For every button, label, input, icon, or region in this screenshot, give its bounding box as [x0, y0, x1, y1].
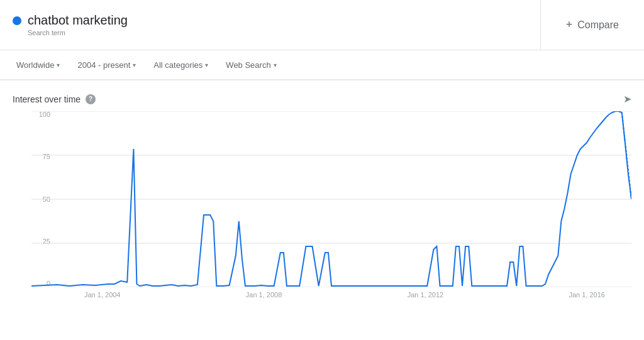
category-label: All categories	[153, 60, 203, 70]
x-label-2004: Jan 1, 2004	[84, 291, 121, 299]
category-filter[interactable]: All categories ▾	[147, 57, 214, 74]
chart-svg	[31, 111, 631, 287]
share-icon[interactable]: ➤	[623, 93, 631, 105]
compare-section[interactable]: + Compare	[541, 0, 644, 50]
compare-text: Compare	[577, 19, 619, 31]
x-axis: Jan 1, 2004 Jan 1, 2008 Jan 1, 2012 Jan …	[31, 287, 631, 299]
search-type-label: Web Search	[226, 60, 270, 70]
plus-icon: +	[566, 18, 573, 31]
trend-line	[31, 111, 631, 286]
x-label-2016: Jan 1, 2016	[569, 291, 605, 299]
interest-title-row: Interest over time ?	[13, 94, 96, 104]
time-range-chevron: ▾	[133, 62, 136, 69]
chart-container: 0 25 50 75 100	[0, 111, 644, 325]
filters-bar: Worldwide ▾ 2004 - present ▾ All categor…	[0, 50, 644, 80]
region-label: Worldwide	[16, 60, 54, 70]
x-label-2008: Jan 1, 2008	[246, 291, 282, 299]
blue-dot-indicator	[13, 16, 21, 25]
time-range-filter[interactable]: 2004 - present ▾	[71, 57, 142, 74]
category-chevron: ▾	[205, 62, 208, 69]
interest-section: Interest over time ? ➤	[0, 80, 644, 105]
x-label-2012: Jan 1, 2012	[408, 291, 444, 299]
region-filter[interactable]: Worldwide ▾	[10, 57, 66, 74]
search-type-chevron: ▾	[274, 62, 277, 69]
interest-header: Interest over time ? ➤	[13, 93, 631, 105]
search-term-section: chatbot marketing Search term	[0, 0, 541, 50]
chart-plot-area	[31, 111, 631, 287]
search-type-filter[interactable]: Web Search ▾	[219, 57, 282, 74]
search-term-row: chatbot marketing	[13, 13, 528, 28]
search-term-title: chatbot marketing	[28, 13, 128, 28]
region-chevron: ▾	[57, 62, 60, 69]
header: chatbot marketing Search term + Compare	[0, 0, 644, 50]
time-range-label: 2004 - present	[77, 60, 130, 70]
search-term-label: Search term	[28, 29, 528, 36]
interest-title: Interest over time	[13, 94, 80, 104]
help-icon[interactable]: ?	[86, 94, 96, 104]
